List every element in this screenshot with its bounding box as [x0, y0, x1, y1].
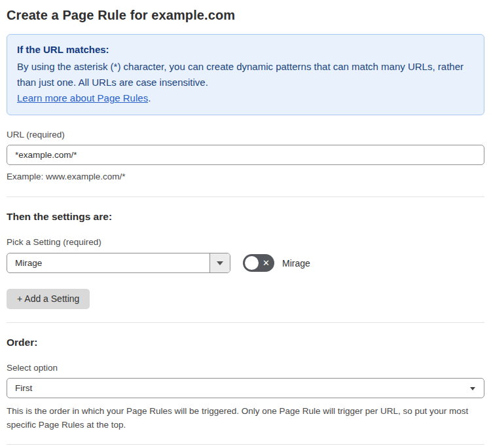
setting-picker-dropdown[interactable]: Mirage [7, 253, 230, 273]
url-field-label: URL (required) [7, 130, 484, 140]
toggle-label: Mirage [282, 258, 310, 269]
url-match-info-box: If the URL matches: By using the asteris… [7, 34, 484, 115]
order-select[interactable]: First [7, 378, 484, 398]
setting-picker-label: Pick a Setting (required) [7, 237, 484, 247]
divider [7, 444, 484, 445]
divider [7, 196, 484, 197]
settings-section-heading: Then the settings are: [7, 211, 484, 223]
url-field-helper: Example: www.example.com/* [7, 170, 484, 183]
order-helper-text: This is the order in which your Page Rul… [7, 404, 478, 432]
page-title: Create a Page Rule for example.com [7, 8, 484, 23]
caret-down-icon [217, 261, 223, 265]
mirage-toggle[interactable]: ✕ [243, 254, 274, 272]
link-period: . [148, 92, 151, 103]
divider [7, 322, 484, 323]
setting-picker-value: Mirage [7, 253, 209, 272]
x-icon: ✕ [263, 259, 270, 267]
info-box-heading: If the URL matches: [17, 42, 474, 58]
toggle-knob [245, 256, 259, 270]
order-select-value: First [15, 383, 32, 393]
learn-more-link[interactable]: Learn more about Page Rules [17, 92, 148, 103]
setting-row: Mirage ✕ Mirage [7, 253, 484, 273]
dropdown-arrow-button[interactable] [209, 253, 230, 272]
order-select-label: Select option [7, 363, 484, 373]
url-input[interactable] [7, 145, 484, 165]
order-section-heading: Order: [7, 337, 484, 348]
info-box-body: By using the asterisk (*) character, you… [17, 59, 474, 90]
info-box-link-line: Learn more about Page Rules. [17, 90, 474, 106]
add-setting-button[interactable]: + Add a Setting [7, 289, 90, 309]
caret-down-icon [470, 387, 475, 390]
